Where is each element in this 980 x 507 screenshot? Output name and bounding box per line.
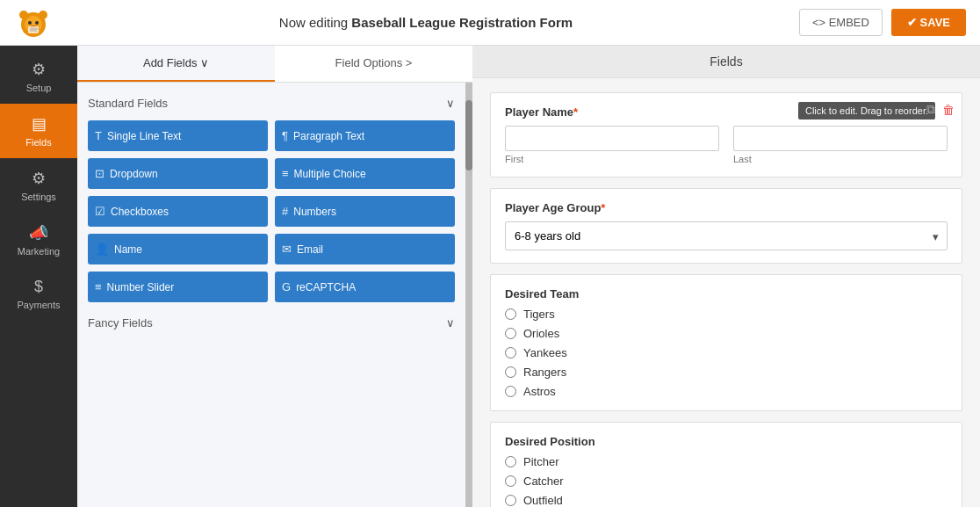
field-btn-checkboxes[interactable]: ☑ Checkboxes	[88, 196, 268, 227]
field-block-player-name[interactable]: Click to edit. Drag to reorder. ⧉ 🗑 Play…	[490, 92, 962, 177]
radio-yankees-label: Yankees	[523, 346, 567, 359]
delete-field-button[interactable]: 🗑	[940, 100, 956, 119]
field-actions: ⧉ 🗑	[925, 100, 956, 119]
field-block-desired-team[interactable]: Desired Team Tigers Orioles Yankees Rang…	[490, 274, 962, 411]
fields-panel: Add Fields ∨ Field Options > Standard Fi…	[77, 46, 472, 507]
field-btn-paragraph-label: Paragraph Text	[293, 130, 364, 142]
last-name-input[interactable]	[733, 126, 948, 151]
radio-rangers[interactable]: Rangers	[505, 366, 948, 379]
form-title-bar: Now editing Baseball League Registration…	[53, 15, 799, 30]
scroll-thumb[interactable]	[465, 100, 472, 170]
desired-team-label: Desired Team	[505, 287, 948, 301]
sidebar-label-settings: Settings	[21, 192, 56, 202]
logo	[14, 4, 53, 42]
field-btn-dropdown[interactable]: ⊡ Dropdown	[88, 158, 268, 189]
first-name-input[interactable]	[505, 126, 719, 151]
field-block-desired-position[interactable]: Desired Position Pitcher Catcher Outfiel…	[490, 422, 962, 507]
field-btn-recaptcha-label: reCAPTCHA	[296, 281, 356, 293]
sidebar-label-setup: Setup	[26, 83, 52, 93]
field-btn-number-slider-label: Number Slider	[107, 281, 175, 293]
marketing-icon: 📣	[29, 223, 48, 243]
field-btn-single-line-label: Single Line Text	[107, 130, 182, 142]
field-btn-numbers[interactable]: # Numbers	[275, 196, 455, 227]
sidebar-item-marketing[interactable]: 📣 Marketing	[0, 213, 77, 267]
fancy-fields-label: Fancy Fields	[88, 316, 153, 330]
checkboxes-icon: ☑	[95, 205, 105, 218]
field-btn-paragraph[interactable]: ¶ Paragraph Text	[275, 120, 455, 151]
fancy-fields-chevron[interactable]: ∨	[446, 316, 455, 330]
numbers-icon: #	[282, 205, 288, 218]
radio-orioles-label: Orioles	[523, 327, 559, 340]
svg-point-5	[35, 21, 39, 25]
radio-yankees[interactable]: Yankees	[505, 346, 948, 359]
required-star: *	[573, 105, 578, 119]
radio-pitcher[interactable]: Pitcher	[505, 455, 948, 468]
fields-icon: ▤	[32, 114, 47, 134]
sidebar-label-payments: Payments	[18, 300, 61, 310]
gear-icon: ⚙	[32, 60, 46, 79]
radio-catcher-label: Catcher	[523, 474, 564, 488]
tab-add-fields[interactable]: Add Fields ∨	[77, 46, 275, 82]
standard-fields-chevron[interactable]: ∨	[446, 97, 455, 110]
save-button[interactable]: ✔ SAVE	[891, 9, 966, 36]
field-btn-recaptcha[interactable]: G reCAPTCHA	[275, 272, 455, 302]
field-btn-multiple-choice[interactable]: ≡ Multiple Choice	[275, 158, 455, 189]
desired-team-radio-group: Tigers Orioles Yankees Rangers Astros	[505, 308, 948, 398]
form-content: Click to edit. Drag to reorder. ⧉ 🗑 Play…	[472, 78, 980, 507]
standard-fields-header: Standard Fields ∨	[88, 97, 455, 110]
radio-outfield-label: Outfield	[523, 494, 563, 507]
field-btn-single-line[interactable]: T Single Line Text	[88, 120, 268, 151]
radio-tigers-label: Tigers	[523, 308, 555, 321]
field-btn-email[interactable]: ✉ Email	[275, 234, 455, 264]
form-name: Baseball League Registration Form	[351, 15, 573, 30]
radio-astros[interactable]: Astros	[505, 385, 948, 398]
desired-position-label: Desired Position	[505, 435, 948, 448]
sidebar-item-payments[interactable]: $ Payments	[0, 267, 77, 321]
name-icon: 👤	[95, 243, 109, 256]
radio-pitcher-label: Pitcher	[523, 455, 558, 468]
sidebar-label-fields: Fields	[25, 137, 51, 148]
last-name-group: Last	[733, 126, 948, 164]
svg-rect-7	[28, 26, 39, 33]
copy-field-button[interactable]: ⧉	[925, 100, 937, 119]
form-area: Fields Click to edit. Drag to reorder. ⧉…	[472, 46, 980, 507]
sidebar-label-marketing: Marketing	[18, 246, 60, 257]
tab-field-options[interactable]: Field Options >	[275, 46, 472, 82]
last-name-sublabel: Last	[733, 154, 948, 164]
form-area-title: Fields	[472, 46, 980, 78]
age-group-select-wrapper: 6-8 years old 9-11 years old 12-14 years…	[505, 221, 948, 250]
sidebar-item-fields[interactable]: ▤ Fields	[0, 104, 77, 158]
edit-hint-tooltip: Click to edit. Drag to reorder.	[798, 102, 935, 120]
radio-orioles[interactable]: Orioles	[505, 327, 948, 340]
number-slider-icon: ≡	[95, 280, 102, 293]
age-group-select[interactable]: 6-8 years old 9-11 years old 12-14 years…	[505, 221, 948, 250]
field-block-player-age-group[interactable]: Player Age Group* 6-8 years old 9-11 yea…	[490, 188, 962, 264]
svg-point-2	[19, 11, 28, 19]
top-actions: <> EMBED ✔ SAVE	[799, 9, 966, 36]
field-btn-numbers-label: Numbers	[293, 206, 336, 218]
first-name-group: First	[505, 126, 719, 164]
paragraph-icon: ¶	[282, 129, 288, 142]
field-btn-email-label: Email	[297, 243, 323, 256]
first-name-sublabel: First	[505, 154, 719, 164]
sidebar-item-settings[interactable]: ⚙ Settings	[0, 158, 77, 213]
single-line-icon: T	[95, 129, 102, 142]
scroll-track[interactable]	[465, 83, 472, 507]
fields-panel-content: Standard Fields ∨ T Single Line Text ¶ P…	[77, 83, 465, 507]
payments-icon: $	[34, 278, 43, 296]
embed-button[interactable]: <> EMBED	[799, 9, 883, 36]
desired-position-radio-group: Pitcher Catcher Outfield Infield	[505, 455, 948, 507]
svg-point-4	[28, 21, 32, 25]
field-btn-multiple-choice-label: Multiple Choice	[294, 168, 366, 180]
field-btn-name[interactable]: 👤 Name	[88, 234, 268, 264]
sidebar-item-setup[interactable]: ⚙ Setup	[0, 49, 77, 104]
radio-tigers[interactable]: Tigers	[505, 308, 948, 321]
multiple-choice-icon: ≡	[282, 167, 289, 180]
email-icon: ✉	[282, 243, 292, 256]
field-btn-number-slider[interactable]: ≡ Number Slider	[88, 272, 268, 302]
player-age-group-label: Player Age Group*	[505, 201, 948, 214]
field-btn-checkboxes-label: Checkboxes	[111, 206, 169, 218]
radio-catcher[interactable]: Catcher	[505, 474, 948, 488]
field-btn-name-label: Name	[114, 243, 142, 256]
radio-outfield[interactable]: Outfield	[505, 494, 948, 507]
